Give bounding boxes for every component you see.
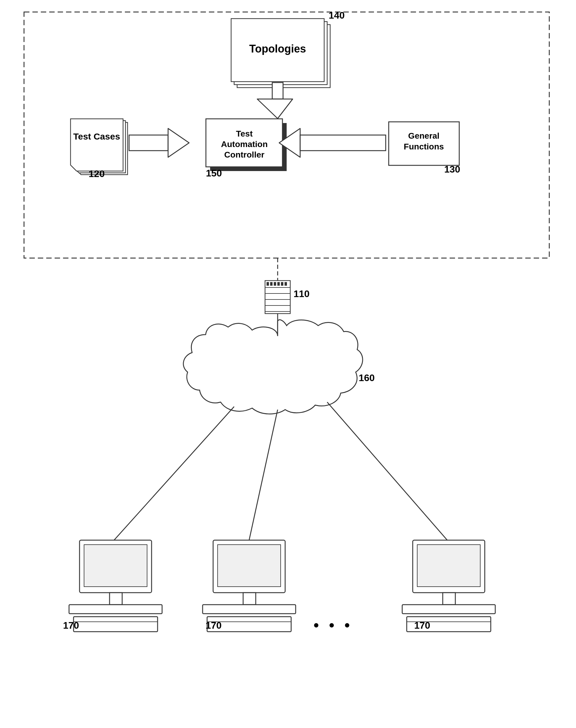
left-neck xyxy=(110,593,122,605)
gf-text-line1: General xyxy=(408,131,439,140)
cloud-shape xyxy=(183,320,363,414)
ellipsis-dots: • • • xyxy=(314,617,353,634)
cloud-ref: 160 xyxy=(359,372,375,383)
arrow-down-head xyxy=(257,99,293,119)
right-base xyxy=(402,605,495,614)
right-screen xyxy=(417,545,480,587)
left-computer-ref: 170 xyxy=(63,620,79,631)
arrow-right-head xyxy=(168,128,189,157)
diagram-svg: Topologies 140 Test Automation Controlle… xyxy=(0,0,576,728)
left-base xyxy=(69,605,162,614)
diagram-container: Topologies 140 Test Automation Controlle… xyxy=(0,0,576,728)
server-port1 xyxy=(266,282,269,286)
arrow-left-shaft xyxy=(300,135,386,151)
gf-text-line2: Functions xyxy=(404,142,444,151)
server-port2 xyxy=(270,282,272,286)
tac-ref: 150 xyxy=(206,168,222,179)
left-keyboard xyxy=(74,617,157,632)
test-cases-text-line1: Test Cases xyxy=(73,132,120,141)
line-cloud-to-right-computer xyxy=(327,402,447,540)
arrow-down-shaft xyxy=(272,83,283,99)
topologies-ref: 140 xyxy=(329,10,345,21)
center-screen xyxy=(218,545,281,587)
gf-ref: 130 xyxy=(444,164,460,175)
arrow-right-shaft xyxy=(129,135,168,151)
center-neck xyxy=(243,593,256,605)
server-port6 xyxy=(285,282,287,286)
left-screen xyxy=(84,545,147,587)
server-port3 xyxy=(274,282,276,286)
tac-text-line1: Test xyxy=(236,129,253,138)
center-computer-ref: 170 xyxy=(206,620,222,631)
tac-text-line2: Automation xyxy=(221,140,268,149)
server-port5 xyxy=(281,282,283,286)
line-cloud-to-center-computer xyxy=(249,410,278,540)
topologies-text: Topologies xyxy=(249,42,306,55)
test-cases-ref: 120 xyxy=(89,168,105,179)
right-computer-ref: 170 xyxy=(414,620,430,631)
line-cloud-to-left-computer xyxy=(114,407,234,540)
tac-text-line3: Controller xyxy=(224,150,264,159)
tc-page-front xyxy=(70,119,123,171)
server-ref: 110 xyxy=(293,288,310,299)
server-port4 xyxy=(277,282,280,286)
right-neck xyxy=(443,593,455,605)
center-base xyxy=(203,605,296,614)
